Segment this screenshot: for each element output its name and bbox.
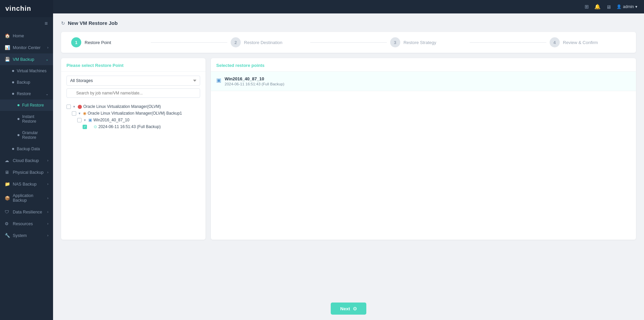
panels: Please select Restore Point All Storages… [61,58,636,240]
tree-expand-icon[interactable]: ▾ [78,111,82,116]
tree-checkbox[interactable] [66,105,71,109]
search-input[interactable] [66,88,200,98]
sidebar-item-data-resilience[interactable]: 🛡 Data Resilience › [0,206,53,218]
vm-icon: ▣ [88,118,92,122]
dot-icon [12,93,14,95]
menu-icon: ≡ [45,21,48,27]
physical-backup-icon: 🖥 [5,170,10,175]
footer-bar: Next ⊙ [53,297,644,320]
tree-label: 2024-06-11 16:51:43 (Full Backup) [98,124,200,129]
page-header: ↻ New VM Restore Job [61,20,636,26]
expand-arrow: › [47,210,48,214]
expand-arrow: › [47,182,48,186]
bell-icon[interactable]: 🔔 [594,4,601,10]
backup-group-icon: ◉ [83,111,86,116]
sidebar-item-vm-backup[interactable]: 💾 VM Backup ⌄ [0,53,53,65]
tree-checkbox[interactable] [77,118,82,122]
vm-backup-icon: 💾 [5,57,10,62]
sidebar-item-resources[interactable]: ⚙ Resources › [0,218,53,230]
system-icon: 🔧 [5,233,10,238]
sidebar-item-system[interactable]: 🔧 System › [0,230,53,241]
resources-icon: ⚙ [5,221,10,226]
expand-arrow: › [47,46,48,49]
panel-left-heading: Please select Restore Point [61,58,205,72]
sidebar-item-application-backup[interactable]: 📦 Application Backup › [0,190,53,206]
tree-checkbox[interactable] [72,111,76,116]
sidebar: vinchin ≡ 🏠 Home 📊 Monitor Center › 💾 VM… [0,0,53,320]
nas-backup-icon: 📁 [5,182,10,187]
sidebar-item-full-restore[interactable]: Full Restore [0,99,53,111]
search-wrap: 🔍 [61,88,205,101]
step-circle-3: 3 [390,37,400,47]
tree-label: Win2016_40_87_10 [93,118,200,122]
logo: vinchin [0,0,53,17]
search-box: 🔍 [66,88,200,98]
panel-right-heading: Selected restore points [211,58,636,72]
expand-arrow: › [47,196,48,200]
restore-point-panel: Please select Restore Point All Storages… [61,58,205,240]
step-connector-1 [151,42,227,43]
sidebar-item-restore[interactable]: Restore ⌄ [0,88,53,99]
backup-point-icon: ⊙ [94,124,97,129]
home-icon: 🏠 [5,33,10,38]
expand-arrow: ⌄ [46,92,48,96]
expand-arrow: ⌄ [46,57,48,61]
hamburger-button[interactable]: ≡ [0,17,53,30]
expand-arrow: › [47,222,48,226]
tree-container: ▾ ⬤ Oracle Linux Virtualization Manager(… [61,101,205,240]
next-button[interactable]: Next ⊙ [331,303,366,315]
expand-arrow: › [47,170,48,174]
step-circle-1: 1 [71,37,81,47]
expand-arrow: › [47,159,48,162]
selected-restore-points-panel: Selected restore points ▣ Win2016_40_87_… [211,58,636,240]
sidebar-item-granular-restore[interactable]: Granular Restore [0,127,53,143]
cloud-backup-icon: ☁ [5,158,10,163]
step-label-2: Restore Destination [244,40,282,45]
selected-item-details: Win2016_40_87_10 2024-06-11 16:51:43 (Fu… [225,76,284,86]
step-label-1: Restore Point [85,40,111,45]
sidebar-item-monitor-center[interactable]: 📊 Monitor Center › [0,42,53,53]
tree-row[interactable]: ▾ ▣ Win2016_40_87_10 [66,117,200,123]
step-label-4: Review & Confirm [563,40,598,45]
step-restore-strategy: 3 Restore Strategy [390,37,466,47]
sidebar-item-backup[interactable]: Backup [0,77,53,88]
user-dropdown-arrow: ▾ [635,4,637,9]
expand-arrow: › [47,234,48,237]
storage-select[interactable]: All Storages [66,76,200,86]
sidebar-item-nas-backup[interactable]: 📁 NAS Backup › [0,178,53,190]
dot-icon [12,81,14,83]
tree-row[interactable]: ▾ ⬤ Oracle Linux Virtualization Manager(… [66,103,200,110]
refresh-icon[interactable]: ↻ [61,21,65,26]
main-area: ⊞ 🔔 🖥 👤 admin ▾ ↻ New VM Restore Job 1 R… [53,0,644,320]
step-circle-4: 4 [550,37,560,47]
step-restore-point: 1 Restore Point [71,37,147,47]
selected-item-name: Win2016_40_87_10 [225,76,284,81]
data-resilience-icon: 🛡 [5,209,10,214]
sidebar-item-physical-backup[interactable]: 🖥 Physical Backup › [0,166,53,178]
grid-icon[interactable]: ⊞ [585,4,589,10]
sidebar-item-instant-restore[interactable]: Instant Restore [0,111,53,127]
tree-row[interactable]: ▾ ⊙ 2024-06-11 16:51:43 (Full Backup) [66,123,200,130]
user-icon: 👤 [616,4,622,9]
step-connector-2 [310,42,386,43]
logo-text: vinchin [5,5,31,12]
sidebar-item-home[interactable]: 🏠 Home [0,30,53,42]
page-title: New VM Restore Job [68,20,118,26]
tree-expand-icon[interactable]: ▾ [72,105,76,109]
tree-row[interactable]: ▾ ◉ Oracle Linux Virtualization Manager(… [66,110,200,117]
step-circle-2: 2 [231,37,241,47]
user-menu[interactable]: 👤 admin ▾ [616,4,637,9]
hypervisor-icon: ⬤ [78,104,82,109]
tree-checkbox[interactable] [83,125,87,129]
content-area: ↻ New VM Restore Job 1 Restore Point 2 R… [53,13,644,297]
dot-icon [12,70,14,72]
dot-icon [12,148,14,150]
monitor-icon[interactable]: 🖥 [606,4,611,10]
application-backup-icon: 📦 [5,196,10,201]
sidebar-item-virtual-machines[interactable]: Virtual Machines [0,65,53,77]
selected-vm-icon: ▣ [216,77,221,83]
step-label-3: Restore Strategy [404,40,436,45]
sidebar-item-cloud-backup[interactable]: ☁ Cloud Backup › [0,155,53,166]
sidebar-item-backup-data[interactable]: Backup Data [0,143,53,155]
tree-expand-icon[interactable]: ▾ [83,118,87,122]
